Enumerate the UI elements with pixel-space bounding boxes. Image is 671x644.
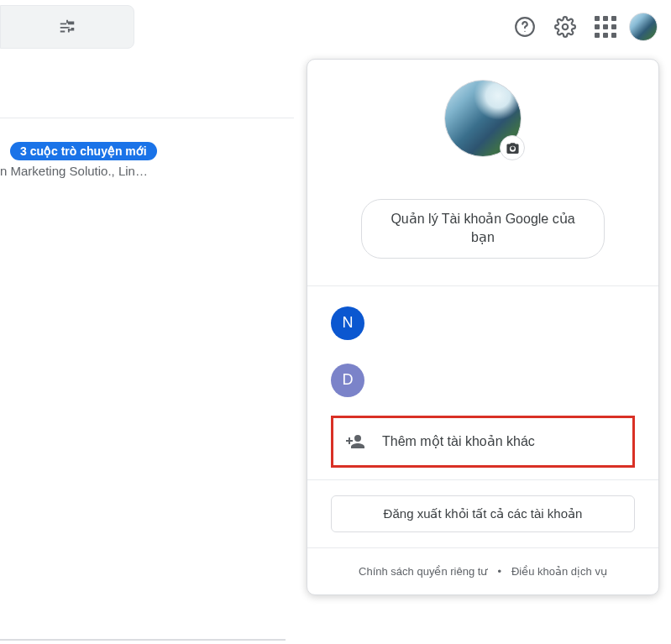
bottom-shadow — [0, 639, 286, 641]
topbar-right — [508, 10, 658, 44]
tune-icon — [58, 18, 76, 36]
topbar — [0, 0, 671, 54]
settings-button[interactable] — [548, 10, 582, 44]
signout-all-button[interactable]: Đăng xuất khỏi tất cả các tài khoản — [331, 495, 635, 532]
account-row[interactable]: N — [307, 295, 658, 352]
signout-section: Đăng xuất khỏi tất cả các tài khoản — [307, 479, 658, 547]
search-filter-button[interactable] — [0, 5, 134, 49]
inbox-background: 3 cuộc trò chuyện mới n Marketing Soluti… — [0, 84, 294, 178]
svg-point-1 — [524, 31, 525, 32]
add-account-label: Thêm một tài khoản khác — [382, 433, 535, 449]
gear-icon — [554, 16, 576, 38]
terms-link[interactable]: Điều khoản dịch vụ — [511, 565, 607, 578]
inbox-preview-text: n Marketing Solutio., Lin… — [0, 164, 193, 178]
apps-grid-icon — [595, 16, 616, 38]
account-row[interactable]: D — [307, 352, 658, 409]
apps-button[interactable] — [589, 10, 622, 44]
separator-dot: • — [497, 565, 501, 578]
privacy-link[interactable]: Chính sách quyền riêng tư — [359, 565, 487, 578]
conversation-count-chip[interactable]: 3 cuộc trò chuyện mới — [10, 142, 157, 160]
manage-account-button[interactable]: Quản lý Tài khoản Google của bạn — [361, 199, 605, 259]
add-account-highlight: Thêm một tài khoản khác — [331, 416, 635, 468]
account-list: N D Thêm một tài khoản khác — [307, 285, 658, 468]
account-menu-popup: Quản lý Tài khoản Google của bạn N D Thê… — [307, 59, 659, 595]
account-initial-avatar: D — [331, 364, 364, 397]
help-icon — [514, 16, 536, 38]
add-account-button[interactable]: Thêm một tài khoản khác — [333, 418, 632, 465]
help-button[interactable] — [508, 10, 542, 44]
topbar-left — [0, 5, 134, 49]
popup-header: Quản lý Tài khoản Google của bạn — [307, 60, 658, 285]
popup-footer: Chính sách quyền riêng tư • Điều khoản d… — [307, 547, 658, 594]
account-avatar-small[interactable] — [629, 13, 658, 41]
person-add-icon — [345, 432, 365, 452]
svg-point-2 — [563, 24, 569, 30]
change-photo-button[interactable] — [500, 135, 525, 160]
account-initial-avatar: N — [331, 306, 364, 340]
avatar-wrapper — [444, 80, 522, 157]
divider — [0, 118, 294, 118]
camera-icon — [506, 141, 520, 155]
